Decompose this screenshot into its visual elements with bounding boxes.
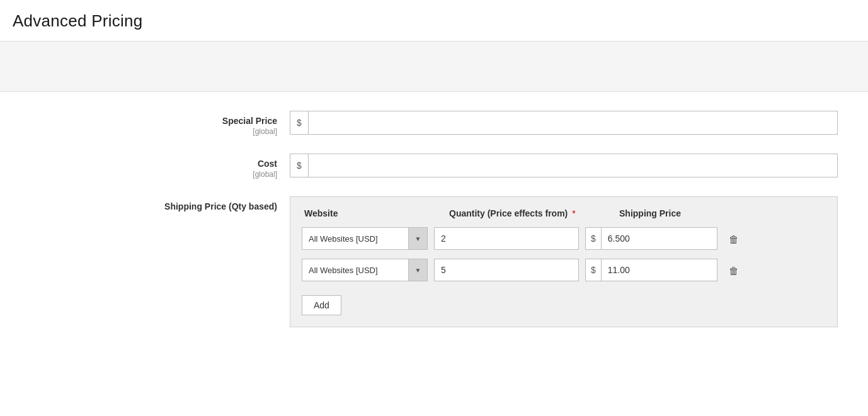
col-ship-price-label: Shipping Price (619, 208, 681, 218)
ship-price-wrap-1: $ (585, 227, 717, 250)
shipping-table: Website Quantity (Price effects from) * … (290, 196, 838, 327)
website-select-1[interactable]: All Websites [USD] (302, 228, 408, 249)
cost-input[interactable] (309, 154, 837, 177)
special-price-label: Special Price (13, 116, 277, 126)
special-price-label-col: Special Price [global] (13, 111, 290, 136)
ship-price-prefix-1: $ (586, 228, 602, 249)
col-qty-label: Quantity (Price effects from) (449, 208, 568, 218)
required-star: * (572, 208, 575, 218)
special-price-row: Special Price [global] $ (13, 111, 855, 136)
ship-price-input-1[interactable] (602, 228, 724, 249)
shipping-table-header: Website Quantity (Price effects from) * … (302, 208, 826, 218)
shipping-price-control: Website Quantity (Price effects from) * … (290, 196, 838, 327)
form-area: Special Price [global] $ Cost [global] $… (0, 92, 868, 357)
ship-price-input-2[interactable] (602, 259, 724, 281)
cost-sublabel: [global] (13, 170, 277, 179)
trash-icon-2 (729, 264, 739, 276)
special-price-sublabel: [global] (13, 127, 277, 136)
website-select-2[interactable]: All Websites [USD] (302, 259, 408, 281)
qty-input-1[interactable] (434, 227, 579, 250)
col-website-header: Website (304, 208, 443, 218)
shipping-row-1: All Websites [USD] $ (302, 227, 826, 250)
qty-input-2[interactable] (434, 259, 579, 281)
website-select-wrap-1[interactable]: All Websites [USD] (302, 227, 428, 250)
delete-row-2-button[interactable] (726, 262, 741, 278)
website-select-wrap-2[interactable]: All Websites [USD] (302, 259, 428, 281)
gray-bar (0, 42, 868, 92)
ship-price-prefix-2: $ (586, 259, 602, 281)
shipping-price-label: Shipping Price (Qty based) (13, 201, 277, 211)
col-website-label: Website (304, 208, 338, 218)
ship-price-wrap-2: $ (585, 259, 717, 281)
shipping-price-label-col: Shipping Price (Qty based) (13, 196, 290, 211)
cost-prefix: $ (290, 154, 309, 177)
select-dropdown-btn-2[interactable] (408, 259, 427, 281)
col-qty-header: Quantity (Price effects from) * (449, 208, 613, 218)
cost-label: Cost (13, 159, 277, 169)
special-price-control: $ (290, 111, 838, 135)
cost-control: $ (290, 154, 838, 177)
special-price-prefix: $ (290, 111, 309, 134)
add-button[interactable]: Add (302, 295, 341, 315)
select-dropdown-btn-1[interactable] (408, 228, 427, 249)
shipping-row-2: All Websites [USD] $ (302, 259, 826, 281)
delete-row-1-button[interactable] (726, 230, 741, 247)
page-title: Advanced Pricing (13, 11, 855, 31)
trash-icon-1 (729, 233, 739, 244)
col-ship-price-header: Shipping Price (619, 208, 826, 218)
cost-input-wrap: $ (290, 154, 838, 177)
cost-row: Cost [global] $ (13, 154, 855, 179)
shipping-price-row: Shipping Price (Qty based) Website Quant… (13, 196, 855, 327)
page-header: Advanced Pricing (0, 0, 868, 42)
cost-label-col: Cost [global] (13, 154, 290, 179)
special-price-input[interactable] (309, 111, 837, 134)
special-price-input-wrap: $ (290, 111, 838, 135)
